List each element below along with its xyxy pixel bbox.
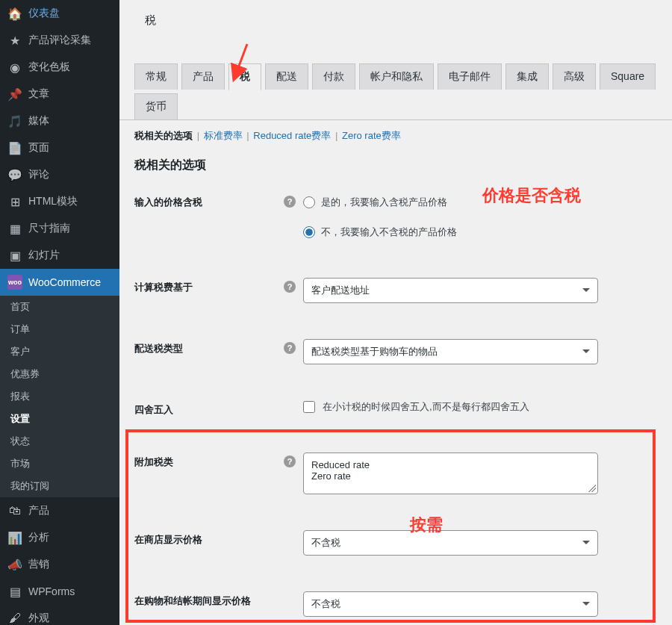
select-shop-display[interactable]: 不含税	[303, 530, 598, 556]
sidebar-item-wpforms[interactable]: ▤WPForms	[0, 578, 119, 605]
sidebar-sub-settings[interactable]: 设置	[0, 408, 119, 430]
slides-icon: ▣	[7, 248, 22, 263]
subtab-current: 税相关的选项	[134, 130, 193, 141]
subtab-zero[interactable]: Zero rate费率	[342, 130, 401, 141]
page-title: 税	[119, 0, 672, 63]
grid-icon: ▦	[7, 221, 22, 236]
media-icon: 🎵	[7, 114, 22, 128]
sidebar-sub-mysubs[interactable]: 我的订阅	[0, 475, 119, 497]
textarea-additional[interactable]: Reduced rate Zero rate	[303, 453, 598, 494]
tab-integration[interactable]: 集成	[505, 63, 549, 90]
radio-yes[interactable]: 是的，我要输入含税产品价格	[303, 193, 657, 223]
row-rounding: 四舍五入 在小计税的时候四舍五入,而不是每行都四舍五入	[119, 394, 672, 423]
tab-accounts[interactable]: 帐户和隐私	[359, 63, 434, 90]
admin-sidebar: 🏠仪表盘 ★产品评论采集 ◉变化色板 📌文章 🎵媒体 📄页面 💬评论 ⊞HTML…	[0, 0, 119, 625]
comment-icon: 💬	[7, 167, 22, 182]
select-calc-based[interactable]: 客户配送地址	[303, 278, 598, 303]
sidebar-item-swatches[interactable]: ◉变化色板	[0, 54, 119, 81]
dashboard-icon: 🏠	[7, 6, 22, 21]
checkbox-rounding[interactable]: 在小计税的时候四舍五入,而不是每行都四舍五入	[303, 400, 657, 414]
sidebar-item-pages[interactable]: 📄页面	[0, 134, 119, 161]
sidebar-sub-coupons[interactable]: 优惠券	[0, 363, 119, 385]
select-shipping-tax[interactable]: 配送税类型基于购物车的物品	[303, 339, 598, 364]
row-prices-include-tax: 输入的价格含税 ? 是的，我要输入含税产品价格 不，我要输入不含税的产品价格	[119, 187, 672, 248]
tab-square[interactable]: Square	[600, 63, 656, 90]
star-icon: ★	[7, 33, 22, 48]
sidebar-item-html[interactable]: ⊞HTML模块	[0, 188, 119, 215]
help-icon[interactable]: ?	[284, 281, 296, 293]
row-shipping-tax: 配送税类型 ? 配送税类型基于购物车的物品	[119, 333, 672, 370]
sidebar-item-analytics[interactable]: 📊分析	[0, 524, 119, 551]
sidebar-item-sizeguide[interactable]: ▦尺寸指南	[0, 215, 119, 242]
forms-icon: ▤	[7, 584, 22, 599]
row-shop-display: 在商店显示价格 不含税	[119, 524, 672, 562]
label-rounding: 四舍五入	[134, 400, 284, 417]
label-calc-based: 计算税费基于	[134, 278, 284, 294]
sidebar-item-comments[interactable]: 💬评论	[0, 161, 119, 188]
help-icon[interactable]: ?	[284, 455, 296, 467]
brush-icon: 🖌	[7, 611, 22, 625]
label-additional: 附加税类	[134, 453, 284, 469]
settings-tabs: 常规 产品 税 配送 付款 帐户和隐私 电子邮件 集成 高级 Square 货币	[119, 63, 672, 119]
tab-tax[interactable]: 税	[228, 63, 261, 90]
tab-products[interactable]: 产品	[181, 63, 225, 90]
tab-emails[interactable]: 电子邮件	[438, 63, 502, 90]
select-cart-display[interactable]: 不含税	[303, 591, 598, 617]
tab-advanced[interactable]: 高级	[553, 63, 596, 90]
label-cart-display: 在购物和结帐期间显示价格	[134, 591, 284, 608]
woo-icon: woo	[7, 275, 22, 290]
page-icon: 📄	[7, 140, 22, 155]
sidebar-sub-customers[interactable]: 客户	[0, 341, 119, 363]
sidebar-item-slides[interactable]: ▣幻灯片	[0, 242, 119, 269]
tab-payments[interactable]: 付款	[312, 63, 355, 90]
sidebar-sub-orders[interactable]: 订单	[0, 318, 119, 341]
label-prices-include-tax: 输入的价格含税	[134, 193, 284, 209]
tab-currency[interactable]: 货币	[134, 93, 178, 119]
content-area: 税 常规 产品 税 配送 付款 帐户和隐私 电子邮件 集成 高级 Square …	[119, 0, 672, 625]
sidebar-sub-status[interactable]: 状态	[0, 430, 119, 453]
sidebar-sub-reports[interactable]: 报表	[0, 385, 119, 408]
sidebar-item-marketing[interactable]: 📣营销	[0, 551, 119, 578]
sidebar-sub-home[interactable]: 首页	[0, 296, 119, 318]
label-shipping-tax: 配送税类型	[134, 339, 284, 355]
label-shop-display: 在商店显示价格	[134, 530, 284, 547]
product-icon: 🛍	[7, 503, 22, 518]
sidebar-item-dashboard[interactable]: 🏠仪表盘	[0, 0, 119, 27]
help-icon[interactable]: ?	[284, 342, 296, 354]
radio-no[interactable]: 不，我要输入不含税的产品价格	[303, 223, 657, 242]
sidebar-item-appearance[interactable]: 🖌外观	[0, 605, 119, 625]
subtab-standard[interactable]: 标准费率	[204, 130, 243, 141]
section-title: 税相关的选项	[119, 149, 672, 187]
sidebar-item-woocommerce[interactable]: wooWooCommerce	[0, 269, 119, 296]
sidebar-item-posts[interactable]: 📌文章	[0, 81, 119, 108]
megaphone-icon: 📣	[7, 557, 22, 572]
help-icon[interactable]: ?	[284, 196, 296, 208]
row-cart-display: 在购物和结帐期间显示价格 不含税	[119, 585, 672, 623]
sidebar-item-products[interactable]: 🛍产品	[0, 497, 119, 524]
subtab-reduced[interactable]: Reduced rate费率	[253, 130, 331, 141]
sidebar-sub-market[interactable]: 市场	[0, 453, 119, 475]
tab-shipping[interactable]: 配送	[265, 63, 308, 90]
sidebar-item-reviews[interactable]: ★产品评论采集	[0, 27, 119, 54]
sidebar-item-media[interactable]: 🎵媒体	[0, 108, 119, 134]
sub-tabs: 税相关的选项 | 标准费率 | Reduced rate费率 | Zero ra…	[119, 119, 672, 149]
row-additional-tax: 附加税类 ? Reduced rate Zero rate	[119, 447, 672, 500]
chart-icon: 📊	[7, 530, 22, 545]
html-icon: ⊞	[7, 194, 22, 209]
pin-icon: 📌	[7, 87, 22, 102]
tab-general[interactable]: 常规	[134, 63, 178, 90]
row-calc-based: 计算税费基于 ? 客户配送地址	[119, 272, 672, 309]
swatch-icon: ◉	[7, 60, 22, 75]
